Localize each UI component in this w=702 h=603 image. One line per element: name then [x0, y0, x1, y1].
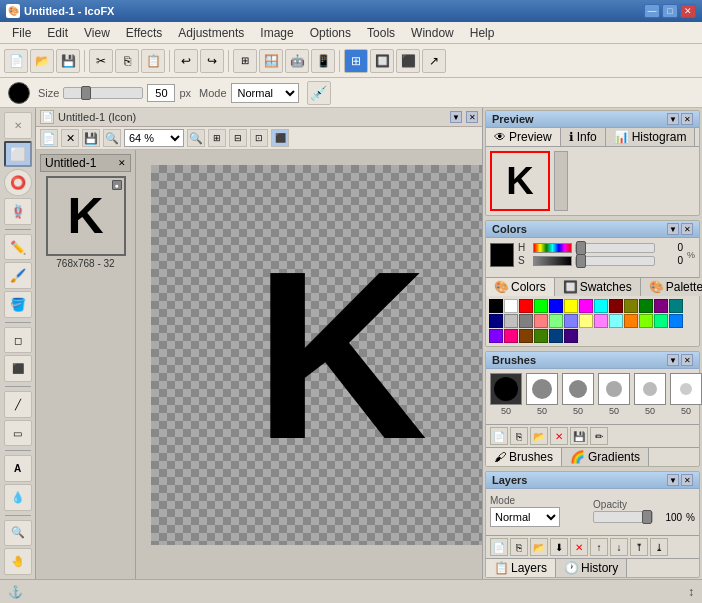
close-button[interactable]: ✕ [680, 4, 696, 18]
menu-adjustments[interactable]: Adjustments [170, 24, 252, 42]
swatch-cell[interactable] [594, 299, 608, 313]
doc-tab-close[interactable]: ✕ [118, 158, 126, 168]
tool-hand[interactable]: 🤚 [4, 548, 32, 575]
menu-effects[interactable]: Effects [118, 24, 170, 42]
view-mode-1[interactable]: ⊞ [344, 49, 368, 73]
menu-image[interactable]: Image [252, 24, 301, 42]
brush-item-4[interactable]: 50 [598, 373, 630, 416]
swatch-cell[interactable] [519, 314, 533, 328]
paste-button[interactable]: 📋 [141, 49, 165, 73]
lock-icon[interactable]: ● [112, 180, 122, 190]
sat-range[interactable] [575, 256, 655, 266]
tab-history[interactable]: 🕐 History [556, 559, 627, 577]
pipette-button[interactable]: 💉 [307, 81, 331, 105]
zoom-in-btn[interactable]: 🔍 [187, 129, 205, 147]
icon-thumbnail[interactable]: K ● [46, 176, 126, 256]
swatch-cell[interactable] [564, 329, 578, 343]
color-swatch[interactable] [490, 243, 514, 267]
save-button[interactable]: 💾 [56, 49, 80, 73]
brush-delete-btn[interactable]: ✕ [550, 427, 568, 445]
grid-2-btn[interactable]: ⊟ [229, 129, 247, 147]
tab-brushes[interactable]: 🖌 Brushes [486, 448, 562, 466]
layer-delete-btn[interactable]: ✕ [570, 538, 588, 556]
brush-item-2[interactable]: 50 [526, 373, 558, 416]
size-input[interactable]: 50 [147, 84, 175, 102]
tool-text[interactable]: A [4, 455, 32, 482]
tool-brush[interactable]: 🖌️ [4, 262, 32, 289]
mode-select[interactable]: Normal Dissolve Multiply Screen [231, 83, 299, 103]
swatch-cell[interactable] [489, 329, 503, 343]
view-mode-4[interactable]: ↗ [422, 49, 446, 73]
view-mode-3[interactable]: ⬛ [396, 49, 420, 73]
brush-load-btn[interactable]: 📂 [530, 427, 548, 445]
swatch-cell[interactable] [519, 329, 533, 343]
layer-move-bot-btn[interactable]: ⤓ [650, 538, 668, 556]
layer-down-btn[interactable]: ↓ [610, 538, 628, 556]
colors-close[interactable]: ✕ [681, 223, 693, 235]
window-controls[interactable]: — □ ✕ [644, 4, 696, 18]
swatch-cell[interactable] [669, 314, 683, 328]
tab-layers[interactable]: 📋 Layers [486, 559, 556, 577]
swatch-cell[interactable] [534, 329, 548, 343]
cut-button[interactable]: ✂ [89, 49, 113, 73]
tab-colors[interactable]: 🎨 Colors [486, 278, 555, 296]
swatch-cell[interactable] [504, 299, 518, 313]
tab-histogram[interactable]: 📊 Histogram [606, 128, 696, 146]
layer-up-btn[interactable]: ↑ [590, 538, 608, 556]
swatch-cell[interactable] [609, 314, 623, 328]
tool-lasso[interactable]: 🪢 [4, 198, 32, 225]
open-button[interactable]: 📂 [30, 49, 54, 73]
phone-button[interactable]: 📱 [311, 49, 335, 73]
brush-item-1[interactable]: 50 [490, 373, 522, 416]
doc-close-btn[interactable]: ✕ [61, 129, 79, 147]
doc-tab[interactable]: Untitled-1 ✕ [40, 154, 131, 172]
menu-view[interactable]: View [76, 24, 118, 42]
swatch-cell[interactable] [654, 314, 668, 328]
swatch-cell[interactable] [489, 314, 503, 328]
tool-zoom[interactable]: 🔍 [4, 520, 32, 547]
swatch-cell[interactable] [549, 299, 563, 313]
brush-item-3[interactable]: 50 [562, 373, 594, 416]
layers-close[interactable]: ✕ [681, 474, 693, 486]
doc-new-btn[interactable]: 📄 [40, 129, 58, 147]
os-button[interactable]: 🪟 [259, 49, 283, 73]
swatch-cell[interactable] [639, 314, 653, 328]
swatch-cell[interactable] [534, 299, 548, 313]
menu-help[interactable]: Help [462, 24, 503, 42]
layer-merge-btn[interactable]: ⬇ [550, 538, 568, 556]
menu-window[interactable]: Window [403, 24, 462, 42]
android-button[interactable]: 🤖 [285, 49, 309, 73]
doc-zoom-btn[interactable]: 🔍 [103, 129, 121, 147]
brush-item-5[interactable]: 50 [634, 373, 666, 416]
tool-clone[interactable]: ⬛ [4, 355, 32, 382]
swatch-cell[interactable] [669, 299, 683, 313]
icon-panel-close[interactable]: ✕ [466, 111, 478, 123]
tool-select-rect[interactable]: ⬜ [4, 141, 32, 168]
tool-rect-shape[interactable]: ▭ [4, 420, 32, 447]
opacity-slider[interactable] [593, 511, 653, 523]
tab-swatches[interactable]: 🔲 Swatches [555, 278, 641, 296]
view-mode-2[interactable]: 🔲 [370, 49, 394, 73]
doc-save-btn[interactable]: 💾 [82, 129, 100, 147]
layer-load-btn[interactable]: 📂 [530, 538, 548, 556]
swatch-cell[interactable] [489, 299, 503, 313]
preview-minimize[interactable]: ▼ [667, 113, 679, 125]
preview-scrollbar[interactable] [554, 151, 568, 211]
brush-item-6[interactable]: 50 [670, 373, 702, 416]
swatch-cell[interactable] [519, 299, 533, 313]
tool-paint[interactable]: 🪣 [4, 291, 32, 318]
view-4-btn[interactable]: ⬛ [271, 129, 289, 147]
menu-tools[interactable]: Tools [359, 24, 403, 42]
tool-pencil[interactable]: ✏️ [4, 234, 32, 261]
swatch-cell[interactable] [654, 299, 668, 313]
swatch-cell[interactable] [504, 329, 518, 343]
new-button[interactable]: 📄 [4, 49, 28, 73]
swatch-cell[interactable] [549, 314, 563, 328]
brushes-close[interactable]: ✕ [681, 354, 693, 366]
layer-new-btn[interactable]: 📄 [490, 538, 508, 556]
swatch-cell[interactable] [564, 314, 578, 328]
layer-mode-select[interactable]: Normal Multiply Screen [490, 507, 560, 527]
tool-eraser[interactable]: ◻ [4, 327, 32, 354]
swatch-cell[interactable] [549, 329, 563, 343]
swatch-cell[interactable] [504, 314, 518, 328]
